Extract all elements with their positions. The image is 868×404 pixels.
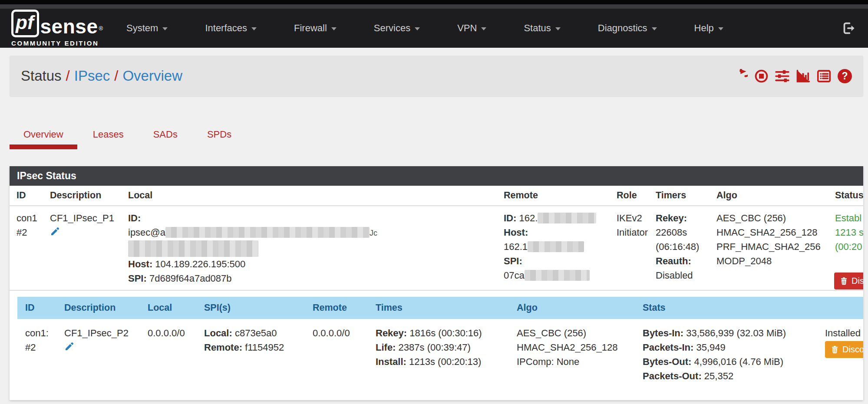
menu-diagnostics[interactable]: Diagnostics [598,23,657,34]
menu-interfaces[interactable]: Interfaces [205,23,257,34]
connection-sa-number: #2 [25,340,57,355]
local-id-label: ID: [128,213,141,223]
redacted-text [128,240,258,257]
breadcrumb-section: Status [21,68,62,84]
disconnect-label: Disco [842,345,863,355]
remote-id-label: ID: [504,213,516,223]
connection-id: con1: [25,326,57,340]
ike-remote-cell: ID: 162. Host: 162.1 SPI: 07ca [500,206,613,290]
packets-in-label: Packets-In: [643,342,693,353]
col-description: Description [46,186,125,206]
menu-system-label: System [126,23,158,34]
chevron-down-icon [415,27,420,30]
pfsense-logo[interactable]: pf sense ® COMMUNITY EDITION [11,10,103,47]
bar-chart-icon[interactable] [796,69,810,83]
list-icon[interactable] [817,69,831,83]
edit-pencil-icon[interactable] [50,226,60,240]
menu-help-label: Help [694,23,714,34]
spi-remote-label: Remote: [204,342,242,353]
redacted-text [528,241,584,252]
breadcrumb-bar: Status/IPsec/Overview [10,56,863,96]
tab-overview[interactable]: Overview [10,123,77,149]
logo-sense-text: sense [40,16,98,37]
disconnect-label: Dis [851,276,863,286]
disconnect-child-button[interactable]: Disco [825,341,863,358]
ipsec-status-panel: IPsec Status ID Description Local Remote… [10,166,863,400]
install-value: 1213s (00:20:13) [409,356,481,367]
ike-description-cell: CF1_IPsec_P1 [46,206,125,290]
breadcrumb-link-ipsec[interactable]: IPsec [74,68,110,84]
life-label: Life: [376,342,396,353]
ike-status-cell: Establ 1213 s (00:20 Dis [832,206,863,290]
connection-id: con1 [17,211,43,225]
ike-header-row: ID Description Local Remote Role Timers … [10,186,863,206]
redacted-text [165,227,370,238]
child-spi-cell: Local: c873e5a0 Remote: f1154952 [201,319,309,384]
packets-in-value: 35,949 [696,342,726,353]
child-stats-cell: Bytes-In: 33,586,939 (32.03 MiB) Packets… [639,319,822,384]
tab-leases[interactable]: Leases [79,123,138,149]
ike-version: IKEv2 [617,211,649,225]
stop-icon[interactable] [754,69,769,83]
col-timers: Timers [652,186,713,206]
page-toolbar: ? [733,69,852,83]
menu-status[interactable]: Status [524,23,560,34]
refresh-icon[interactable] [733,69,748,83]
ike-algo-cell: AES_CBC (256) HMAC_SHA2_256_128 PRF_HMAC… [713,206,832,290]
remote-id-value: 162. [519,213,538,223]
help-icon[interactable]: ? [838,69,852,83]
col-algo: Algo [513,297,639,319]
algo-ipcomp: IPComp: None [517,355,636,369]
menu-system[interactable]: System [126,23,168,34]
bytes-in-value: 33,586,939 (32.03 MiB) [686,328,786,338]
tab-spds[interactable]: SPDs [193,123,245,149]
main-menu: System Interfaces Firewall Services VPN … [126,23,761,34]
connection-description: CF1_IPsec_P2 [64,326,141,340]
remote-spi-label: SPI: [504,256,522,266]
trash-icon [840,276,848,286]
reauth-label: Reauth: [656,256,691,266]
chevron-down-icon [718,27,723,30]
redacted-text [538,213,596,223]
algo-dh-group: MODP_2048 [716,254,828,268]
tab-sads[interactable]: SADs [139,123,191,149]
menu-services[interactable]: Services [374,23,420,34]
breadcrumb-link-overview[interactable]: Overview [122,68,182,84]
logo-pf-box: pf [11,10,39,37]
child-remote-cell: 0.0.0.0/0 [309,319,372,384]
spi-local-value: c873e5a0 [235,328,277,338]
menu-help[interactable]: Help [694,23,723,34]
rekey-time: (06:16:48) [656,240,710,254]
edit-pencil-icon[interactable] [64,341,75,355]
remote-spi-value: 07ca [504,270,525,281]
child-sa-section: ID Description Local SPI(s) Remote Times… [10,291,863,384]
ike-role-cell: IKEv2 Initiator [613,206,652,290]
window-top-strip [0,0,868,4]
algo-integrity: HMAC_SHA2_256_128 [716,225,828,240]
child-algo-cell: AES_CBC (256) HMAC_SHA2_256_128 IPComp: … [513,319,639,384]
rekey-label: Rekey: [656,213,687,223]
local-id-prefix: ipsec@a [128,227,165,238]
menu-vpn[interactable]: VPN [457,23,486,34]
disconnect-button[interactable]: Dis [834,273,863,289]
menu-firewall[interactable]: Firewall [294,23,337,34]
col-local: Local [144,297,201,319]
connection-sa-number: #2 [17,225,43,240]
sign-out-icon[interactable] [841,21,857,36]
sliders-icon[interactable] [775,69,789,83]
install-label: Install: [376,356,406,367]
col-role: Role [613,186,652,206]
col-remote: Remote [309,297,372,319]
col-status: Status [832,186,863,206]
remote-host-value: 162.1 [504,241,528,252]
breadcrumb-separator: / [114,68,118,84]
col-id: ID [10,186,46,206]
ike-id-cell: con1 #2 [10,206,46,290]
local-spi-value: 7d689f64a7ad087b [149,273,232,284]
breadcrumb: Status/IPsec/Overview [21,68,182,84]
child-status-cell: Installed Disco [822,319,863,384]
algo-encryption: AES_CBC (256) [716,211,828,225]
local-id-value: ipsec@aJc [128,225,497,257]
local-network: 0.0.0.0/0 [148,326,197,340]
local-spi-label: SPI: [128,273,147,284]
